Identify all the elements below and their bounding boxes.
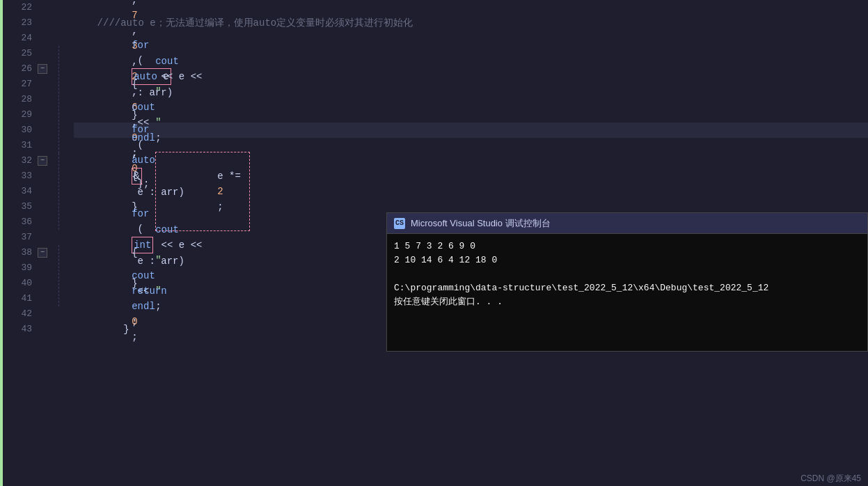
fold-btn-32[interactable]: −: [38, 153, 47, 166]
line-num-43: 43: [3, 322, 38, 337]
fold-gutter: − − −: [38, 0, 53, 486]
code-line-28: cout << e << " " ;: [74, 92, 868, 107]
console-body: 1 5 7 3 2 6 9 0 2 10 14 6 4 12 18 0 C:\p…: [387, 234, 867, 315]
line-num-40: 40: [3, 276, 38, 291]
line-num-27: 27: [3, 77, 38, 92]
line-num-24: 24: [3, 31, 38, 46]
code-line-34: e *= 2 ;: [74, 184, 868, 199]
line-num-41: 41: [3, 291, 38, 306]
console-output-line1: 1 5 7 3 2 6 9 0: [394, 240, 860, 253]
line-num-33: 33: [3, 168, 38, 184]
console-path: C:\programming\data-structure\test_2022_…: [394, 281, 860, 295]
line-num-42: 42: [3, 306, 38, 322]
console-prompt: 按任意键关闭此窗口. . .: [394, 295, 860, 309]
line-num-26: 26: [3, 61, 38, 77]
line-num-28: 28: [3, 92, 38, 107]
footer-credit: CSDN @原来45: [794, 471, 868, 486]
indent-guides: [53, 0, 67, 486]
line-num-29: 29: [3, 107, 38, 123]
line-num-30: 30: [3, 123, 38, 138]
line-num-34: 34: [3, 184, 38, 199]
line-numbers: 22 23 24 25 26 27 28 29 30 31 32 33 34 3…: [3, 0, 38, 486]
line-num-38: 38: [3, 245, 38, 260]
line-num-35: 35: [3, 199, 38, 214]
console-title-bar: CS Microsoft Visual Studio 调试控制台: [387, 213, 867, 234]
console-title-text: Microsoft Visual Studio 调试控制台: [411, 217, 551, 230]
fold-btn-37[interactable]: −: [38, 245, 47, 258]
line-num-32: 32: [3, 153, 38, 168]
console-output-line2: 2 10 14 6 4 12 18 0: [394, 253, 860, 267]
line-num-25: 25: [3, 46, 38, 61]
line-num-31: 31: [3, 138, 38, 153]
console-output-line3: [394, 267, 860, 281]
line-num-39: 39: [3, 260, 38, 276]
line-num-22: 22: [3, 0, 38, 15]
line-num-23: 23: [3, 15, 38, 31]
line-num-37: 37: [3, 230, 38, 245]
console-app-icon: CS: [394, 218, 405, 229]
line-num-36: 36: [3, 214, 38, 230]
console-window: CS Microsoft Visual Studio 调试控制台 1 5 7 3…: [386, 212, 868, 352]
fold-btn-26[interactable]: −: [38, 61, 47, 74]
